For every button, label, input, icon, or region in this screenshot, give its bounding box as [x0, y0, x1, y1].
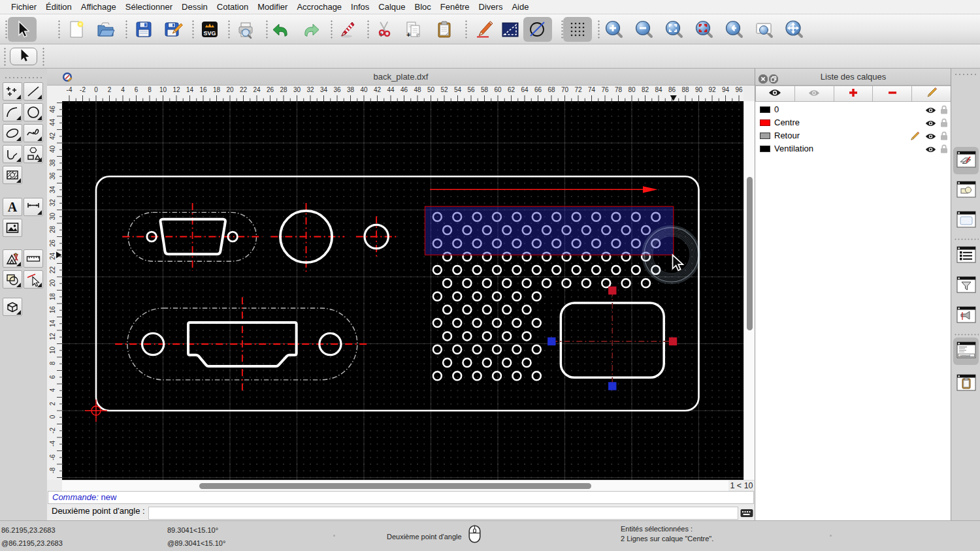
toggle-pen-palette-button[interactable] — [953, 302, 979, 330]
layer-lock-icon[interactable] — [940, 105, 948, 117]
hide-all-layers-button[interactable] — [795, 86, 834, 102]
menu-divers[interactable]: Divers — [474, 0, 508, 14]
save-drawing-button[interactable] — [131, 17, 156, 42]
dock-strip-handle[interactable] — [954, 72, 979, 76]
toggle-grid-button[interactable] — [563, 17, 592, 42]
edit-layer-button[interactable] — [912, 86, 951, 102]
menu-modifier[interactable]: Modifier — [253, 0, 292, 14]
horizontal-scrollbar-thumb[interactable] — [199, 483, 591, 489]
pan-button[interactable] — [782, 17, 807, 42]
tool-lines-button[interactable] — [24, 82, 43, 101]
save-drawing-as-button[interactable] — [161, 17, 186, 42]
menu-affichage[interactable]: Affichage — [76, 0, 121, 14]
copy-button[interactable]: + — [401, 17, 426, 42]
layer-visibility-eye-icon[interactable] — [925, 118, 936, 130]
layer-color-swatch[interactable] — [760, 146, 770, 152]
menu-accrochage[interactable]: Accrochage — [292, 0, 346, 14]
tool-circles-button[interactable] — [24, 103, 43, 121]
tool-splines-button[interactable] — [24, 124, 43, 142]
zoom-auto-button[interactable] — [662, 17, 687, 42]
tool-ellipses-button[interactable] — [3, 124, 22, 142]
remove-layer-button[interactable] — [873, 86, 912, 102]
draft-lines-button[interactable] — [498, 17, 523, 42]
paste-button[interactable] — [432, 17, 457, 42]
layer-lock-icon[interactable] — [940, 144, 948, 156]
layer-row-centre[interactable]: Centre — [755, 116, 951, 129]
toggle-block-list-button[interactable] — [953, 177, 979, 204]
horizontal-scrollbar[interactable] — [62, 480, 728, 491]
toggle-layer-list-button[interactable] — [953, 147, 979, 174]
layer-name[interactable]: Centre — [774, 118, 800, 127]
tool-insert-image-button[interactable] — [3, 219, 22, 237]
cut-button[interactable]: + — [372, 17, 397, 42]
layer-color-swatch[interactable] — [760, 119, 770, 126]
draft-mode-button[interactable] — [523, 17, 552, 42]
undo-button[interactable] — [269, 17, 293, 42]
zoom-selection-button[interactable] — [692, 17, 717, 42]
layer-visibility-eye-icon[interactable] — [925, 144, 936, 156]
toggle-entity-list-button[interactable] — [953, 242, 979, 270]
edit-attributes-button[interactable] — [471, 17, 496, 42]
zoom-window-button[interactable] — [752, 17, 777, 42]
select-button[interactable] — [8, 17, 37, 42]
layer-visibility-eye-icon[interactable] — [925, 131, 936, 143]
tool-snap-button[interactable] — [24, 270, 43, 289]
drawing-canvas[interactable] — [62, 101, 743, 480]
show-all-layers-button[interactable] — [755, 86, 795, 102]
layer-visibility-eye-icon[interactable] — [925, 105, 936, 117]
tool-polylines-button[interactable] — [3, 145, 22, 163]
keyboard-icon[interactable] — [740, 508, 753, 518]
selection-pointer-button[interactable] — [10, 48, 37, 65]
vertical-scrollbar-thumb[interactable] — [747, 177, 753, 330]
tool-modify-button[interactable] — [3, 270, 22, 289]
layer-name[interactable]: Retour — [774, 131, 800, 140]
tool-arcs-button[interactable] — [3, 103, 22, 121]
layer-color-swatch[interactable] — [760, 133, 770, 139]
revert-button[interactable] — [335, 17, 360, 42]
add-layer-button[interactable] — [834, 86, 874, 102]
layer-row-retour[interactable]: Retour — [755, 129, 951, 142]
command-input[interactable] — [148, 507, 738, 520]
menu-calque[interactable]: Calque — [374, 0, 410, 14]
layer-color-swatch[interactable] — [760, 106, 770, 113]
redo-button[interactable] — [299, 17, 323, 42]
open-drawing-button[interactable] — [93, 17, 118, 42]
toggle-clipboard-button[interactable] — [953, 370, 979, 398]
layer-row-0[interactable]: 0 — [755, 103, 951, 116]
tool-measure-button[interactable] — [3, 249, 22, 268]
toolbar-drag-handle[interactable] — [56, 20, 61, 39]
layer-lock-icon[interactable] — [940, 118, 948, 130]
zoom-out-button[interactable] — [632, 17, 657, 42]
toggle-command-widget-button[interactable]: command — [953, 338, 979, 365]
layer-panel-titlebar[interactable]: Liste des calques — [755, 69, 951, 86]
vertical-scrollbar[interactable] — [743, 101, 755, 480]
menu-edition[interactable]: Édition — [41, 0, 76, 14]
menu-fichier[interactable]: Fichier — [7, 0, 41, 14]
tool-shapes-button[interactable] — [24, 145, 43, 163]
toolbar-drag-handle[interactable] — [2, 47, 7, 67]
menu-selectionner[interactable]: Sélectionner — [121, 0, 177, 14]
new-drawing-button[interactable] — [64, 17, 89, 42]
menu-infos[interactable]: Infos — [346, 0, 374, 14]
tool-text-button[interactable]: A — [3, 198, 22, 216]
layer-name[interactable]: Ventilation — [774, 144, 813, 153]
toggle-library-browser-button[interactable] — [953, 207, 979, 234]
layer-name[interactable]: 0 — [774, 104, 779, 114]
drawing-window-titlebar[interactable]: back_plate.dxf — [47, 69, 755, 86]
layer-lock-icon[interactable] — [940, 131, 948, 143]
tool-dimensions-button[interactable] — [24, 198, 43, 216]
tool-solids-button[interactable] — [3, 298, 22, 316]
menu-fenetre[interactable]: Fenêtre — [436, 0, 474, 14]
tool-hatch-button[interactable] — [3, 166, 22, 184]
zoom-previous-button[interactable] — [722, 17, 747, 42]
toolbar-drag-handle[interactable] — [41, 47, 46, 67]
tool-points-button[interactable] — [3, 82, 22, 101]
tool-info-ruler-button[interactable] — [24, 249, 43, 268]
export-svg-button[interactable]: SVG — [197, 17, 222, 42]
palette-drag-handle[interactable] — [4, 76, 43, 80]
zoom-in-button[interactable] — [602, 17, 627, 42]
menu-aide[interactable]: Aide — [507, 0, 533, 14]
print-preview-button[interactable] — [233, 17, 258, 42]
menu-cotation[interactable]: Cotation — [212, 0, 253, 14]
menu-dessin[interactable]: Dessin — [177, 0, 212, 14]
